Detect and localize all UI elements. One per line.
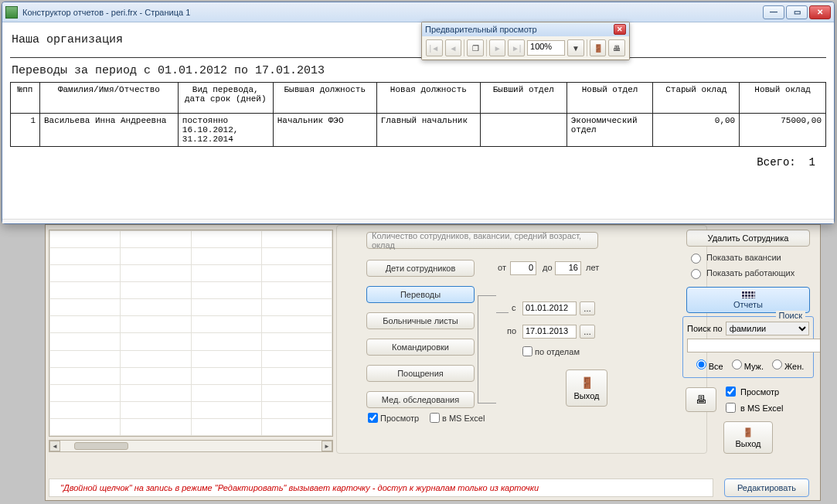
by-dept-checkbox[interactable]: по отделам (522, 346, 580, 356)
exit-icon: 🚪 (580, 376, 594, 389)
toolbar-print-button[interactable]: 🖶 (608, 39, 625, 56)
report-titlebar[interactable]: Конструктор отчетов - peri.frx - Страниц… (2, 2, 834, 22)
gender-female-radio[interactable]: Жен. (768, 357, 804, 371)
th-new-dep: Новый отдел (567, 83, 653, 114)
th-type: Вид перевода, дата срок (дней) (178, 83, 273, 114)
children-button[interactable]: Дети сотрудников (366, 260, 475, 277)
app-exit-button[interactable]: 🚪 Выход (723, 421, 773, 454)
th-new-sal: Новый оклад (740, 83, 826, 114)
first-page-button[interactable]: |◄ (426, 39, 443, 56)
by-dept-label: по отделам (535, 347, 580, 356)
medical-button[interactable]: Мед. обследования (366, 391, 475, 408)
cell-n: 1 (11, 114, 40, 147)
printer-icon: 🖶 (613, 44, 621, 53)
side-excel-checkbox[interactable]: в MS Excel (723, 400, 783, 415)
gender-female-label: Жен. (784, 362, 804, 371)
org-title: Наша организация (12, 33, 826, 46)
zoom-value[interactable]: 100% (527, 40, 565, 56)
edit-button[interactable]: Редактировать (724, 478, 809, 497)
cell-new-pos: Главный начальник (376, 114, 480, 147)
gender-male-radio[interactable]: Муж. (728, 357, 764, 371)
scroll-right-icon[interactable]: ► (322, 441, 332, 451)
gender-all-radio[interactable]: Все (692, 357, 723, 371)
scroll-thumb[interactable] (74, 442, 128, 450)
search-by-select[interactable]: фамилии (726, 322, 809, 335)
search-fieldset: Поиск Поиск по фамилии Все записи Все Му… (682, 316, 814, 378)
report-table: №пп Фамилия/Имя/Отчество Вид перевода, д… (10, 82, 826, 147)
main-app-window: ◄ ► Количество сотрудников, вакансии, ср… (45, 224, 821, 501)
table-row: 1 Васильева Инна Андреевна постоянно 16.… (11, 114, 826, 147)
search-legend: Поиск (776, 311, 805, 320)
rewards-button[interactable]: Поощрения (366, 365, 475, 382)
th-n: №пп (11, 83, 40, 114)
side-preview-label: Просмотр (740, 387, 779, 397)
close-button[interactable]: ✕ (809, 5, 831, 19)
close-preview-button[interactable]: 🚪 (590, 39, 607, 56)
cell-fio: Васильева Инна Андреевна (39, 114, 178, 147)
connector-line (496, 312, 509, 313)
age-from-input[interactable]: 0 (510, 261, 536, 275)
reports-button[interactable]: Отчеты (686, 287, 810, 313)
date-to-picker[interactable]: … (580, 325, 595, 339)
staff-stats-button[interactable]: Количество сотрудников, вакансии, средни… (366, 232, 598, 249)
date-from-picker[interactable]: … (580, 301, 595, 315)
prev-icon: ◄ (449, 44, 457, 53)
grid-table (49, 230, 332, 436)
next-page-button[interactable]: ► (489, 39, 506, 56)
preview-toolbar-title: Предварительный просмотр (425, 25, 537, 34)
cell-new-dep: Экономический отдел (567, 114, 653, 147)
preview-close-button[interactable]: ✕ (614, 24, 626, 35)
maximize-button[interactable]: ▭ (786, 5, 808, 19)
th-old-sal: Старый оклад (653, 83, 740, 114)
show-employees-radio[interactable]: Показать работающих (678, 265, 818, 281)
panel-exit-button[interactable]: 🚪 Выход (566, 369, 607, 407)
show-employees-label: Показать работающих (706, 268, 794, 278)
scroll-left-icon[interactable]: ◄ (49, 441, 60, 451)
pages-button[interactable]: ❐ (467, 39, 484, 56)
employee-grid[interactable] (49, 230, 333, 437)
th-old-pos: Бывшая должность (273, 83, 376, 114)
delete-employee-button[interactable]: Удалить Сотрудника (686, 230, 810, 247)
trips-button[interactable]: Командировки (366, 339, 475, 356)
search-by-label: Поиск по (687, 324, 723, 333)
show-vacancies-radio[interactable]: Показать вакансии (678, 250, 818, 265)
transfers-button[interactable]: Переводы (366, 286, 475, 303)
prev-page-button[interactable]: ◄ (445, 39, 462, 56)
date-from-input[interactable]: 01.01.2012 (522, 301, 577, 315)
date-to-label: по (507, 326, 516, 335)
zoom-dropdown[interactable]: ▼ (567, 39, 584, 56)
report-body: Наша организация Переводы за период с 01… (2, 22, 834, 219)
gender-all-label: Все (709, 362, 723, 371)
age-unit-label: лет (586, 263, 599, 272)
th-old-dep: Бывший отдел (480, 83, 567, 114)
exit-icon: 🚪 (743, 427, 754, 438)
age-to-input[interactable]: 16 (555, 261, 581, 275)
date-from-label: с (512, 303, 516, 312)
window-title: Конструктор отчетов - peri.frx - Страниц… (22, 8, 763, 17)
th-new-pos: Новая должность (376, 83, 480, 114)
app-exit-label: Выход (736, 439, 761, 448)
connector-bracket (478, 295, 496, 404)
print-button[interactable]: 🖶 (686, 387, 716, 412)
preview-checkbox[interactable]: Просмотр (368, 413, 419, 423)
cell-new-sal: 75000,00 (740, 114, 826, 147)
cell-old-dep (480, 114, 567, 147)
reports-panel: Количество сотрудников, вакансии, средни… (336, 225, 707, 454)
grid-h-scrollbar[interactable]: ◄ ► (49, 440, 333, 452)
chevron-down-icon: ▼ (572, 44, 580, 53)
hint-bar: "Двойной щелчок" на запись в режиме "Ред… (49, 478, 713, 497)
search-input[interactable] (687, 339, 821, 352)
next-icon: ► (494, 44, 502, 53)
side-excel-label: в MS Excel (740, 404, 783, 413)
age-to-label: до (543, 263, 553, 272)
cell-old-sal: 0,00 (653, 114, 740, 147)
sickleave-button[interactable]: Больничные листы (366, 312, 475, 329)
excel-checkbox[interactable]: в MS Excel (430, 413, 485, 423)
last-page-button[interactable]: ►| (508, 39, 525, 56)
side-panel: Удалить Сотрудника Показать вакансии Пок… (678, 226, 818, 474)
date-to-input[interactable]: 17.01.2013 (522, 325, 577, 339)
preview-toolbar[interactable]: Предварительный просмотр ✕ |◄ ◄ ❐ ► ►| 1… (421, 22, 630, 60)
side-preview-checkbox[interactable]: Просмотр (723, 384, 783, 399)
exit-label: Выход (574, 391, 600, 400)
minimize-button[interactable]: — (763, 5, 784, 19)
